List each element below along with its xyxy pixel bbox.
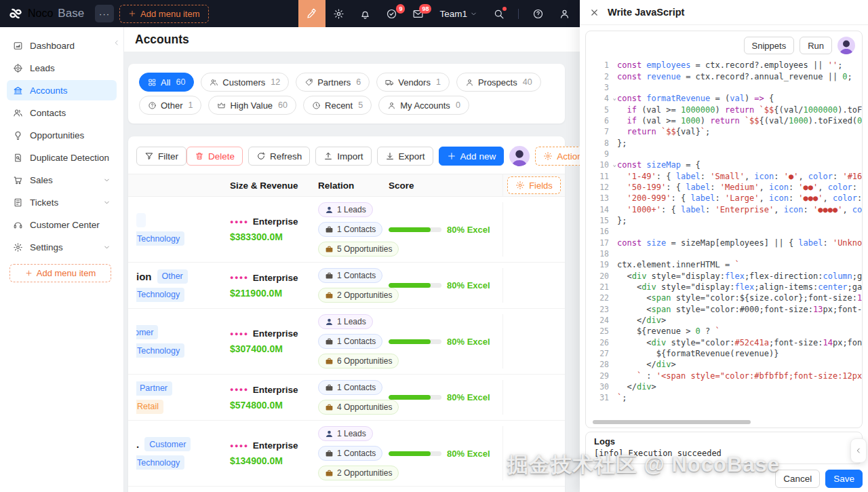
sidebar-item-label: Opportunities: [30, 130, 84, 140]
relation-chip-contacts[interactable]: 1 Contacts: [318, 334, 382, 349]
relation-chip-opps[interactable]: 2 Opportunities: [318, 466, 399, 480]
sidebar-item-tickets[interactable]: Tickets: [7, 192, 117, 212]
score-cell: 80% Excel: [389, 225, 502, 235]
export-icon: [385, 151, 395, 161]
fold-icon[interactable]: ⌄: [613, 161, 616, 168]
import-button[interactable]: Import: [315, 147, 371, 166]
table-row[interactable]: omerTechnology●●●●Enterprise$307400.0M1 …: [128, 309, 565, 375]
run-button[interactable]: Run: [800, 37, 832, 54]
tasks-button[interactable]: 9: [386, 8, 397, 20]
tab-high-value[interactable]: High Value60: [208, 96, 296, 115]
search-button[interactable]: [493, 8, 505, 20]
line-number: 10⌄: [586, 160, 617, 170]
sidebar-item-duplicate-detection[interactable]: Duplicate Detection: [7, 147, 117, 168]
sidebar-add-menu-item-button[interactable]: Add menu item: [9, 264, 111, 282]
filter-button[interactable]: Filter: [136, 147, 186, 166]
header-more-button[interactable]: ···: [95, 5, 114, 22]
relation-chip-leads[interactable]: 1 Leads: [318, 202, 373, 217]
horizontal-scrollbar[interactable]: [593, 420, 751, 424]
line-number: 11: [586, 172, 617, 181]
snippets-button[interactable]: Snippets: [744, 37, 795, 54]
fields-column-spacer: [502, 268, 565, 303]
relation-chip-opps[interactable]: 4 Opportunities: [318, 400, 399, 415]
tab-all[interactable]: All60: [139, 73, 194, 92]
sidebar-item-label: Contacts: [30, 108, 66, 118]
sidebar-item-contacts[interactable]: Contacts: [7, 102, 117, 123]
settings-gear-button[interactable]: [333, 8, 344, 20]
export-button[interactable]: Export: [377, 147, 433, 166]
sidebar-item-leads[interactable]: Leads: [7, 58, 117, 78]
add-new-button[interactable]: Add new: [439, 147, 505, 166]
chevron-down-icon: [103, 199, 111, 206]
table-row[interactable]: ionOtherTechnology●●●●Enterprise$211900.…: [128, 263, 565, 309]
save-button[interactable]: Save: [825, 470, 863, 488]
help-button[interactable]: [532, 8, 544, 20]
tab-label: Partners: [317, 77, 351, 88]
chip-label: 4 Opportunities: [337, 402, 392, 412]
header-add-menu-item-button[interactable]: Add menu item: [119, 5, 208, 23]
table-row[interactable]: Technology●●●●Enterprise$383300.0M1 Lead…: [128, 197, 565, 263]
tabs-row-2: Other1High Value60Recent5My Accounts0: [139, 96, 554, 115]
avatar[interactable]: [509, 146, 530, 166]
cancel-button[interactable]: Cancel: [775, 470, 820, 488]
tab-my-accounts[interactable]: My Accounts0: [378, 96, 469, 115]
relation-chip-leads[interactable]: 1 Leads: [318, 314, 373, 329]
code-editor[interactable]: 1const employees = ctx.record?.employees…: [586, 60, 862, 404]
user-button[interactable]: [559, 8, 570, 20]
relation-chip-opps[interactable]: 5 Opportunities: [318, 242, 399, 257]
tab-label: My Accounts: [400, 100, 450, 111]
notifications-button[interactable]: [359, 8, 371, 20]
sidebar-item-dashboard[interactable]: Dashboard: [7, 35, 117, 56]
table-body: Technology●●●●Enterprise$383300.0M1 Lead…: [128, 197, 565, 487]
tab-recent[interactable]: Recent5: [303, 96, 372, 115]
code-line: 8};: [586, 137, 862, 148]
briefcase-icon: [325, 469, 334, 478]
sidebar-item-settings[interactable]: Settings: [7, 237, 117, 257]
highlighter-button[interactable]: [298, 0, 326, 27]
delete-button[interactable]: Delete: [186, 147, 243, 166]
sidebar-item-accounts[interactable]: Accounts: [7, 80, 117, 100]
code-editor-card: Snippets Run 1const employees = ctx.reco…: [585, 31, 863, 428]
relation-chip-contacts[interactable]: 1 Contacts: [318, 380, 382, 395]
messages-button[interactable]: 98: [412, 8, 424, 20]
briefcase-icon: [325, 357, 334, 366]
tab-partners[interactable]: Partners6: [296, 73, 370, 92]
table-row[interactable]: PartnerRetail●●●●Enterprise$574800.0M1 C…: [128, 375, 565, 421]
avatar[interactable]: [837, 37, 855, 54]
team-selector[interactable]: Team1: [439, 9, 477, 19]
account-tag: Technology: [136, 455, 184, 470]
person-icon: [325, 318, 334, 326]
code-line: 1const employees = ctx.record?.employees…: [586, 60, 862, 71]
actions-button[interactable]: Actions: [535, 147, 580, 166]
score-label: 80% Excel: [447, 392, 490, 402]
sidebar-collapse-icon[interactable]: [113, 39, 121, 47]
fields-column-spacer: [502, 202, 565, 257]
relation-chip-contacts[interactable]: 1 Contacts: [318, 268, 382, 283]
tab-prospects[interactable]: Prospects40: [456, 73, 541, 92]
import-icon: [323, 151, 333, 161]
sidebar-item-opportunities[interactable]: Opportunities: [7, 125, 117, 145]
account-name-text: .: [136, 438, 139, 450]
tab-count: 1: [189, 100, 193, 110]
relation-chip-opps[interactable]: 6 Opportunities: [318, 354, 399, 368]
tab-other[interactable]: Other1: [139, 96, 201, 115]
chevron-down-icon: [103, 244, 111, 251]
size-revenue-cell: ●●●●Enterprise$307400.0M: [230, 328, 318, 354]
app: NocoBase ··· Add menu item 9 98 Team1: [0, 0, 868, 492]
fold-icon[interactable]: ⌄: [613, 94, 616, 101]
relation-chip-contacts[interactable]: 1 Contacts: [318, 446, 382, 461]
relation-chip-leads[interactable]: 1 Leads: [318, 426, 373, 441]
refresh-button[interactable]: Refresh: [248, 147, 310, 166]
sidebar-item-sales[interactable]: Sales: [7, 170, 117, 190]
tab-customers[interactable]: Customers12: [201, 73, 289, 92]
table-row[interactable]: .CustomerTechnology●●●●Enterprise$134900…: [128, 421, 565, 487]
tab-vendors[interactable]: Vendors1: [376, 73, 450, 92]
drawer-collapse-handle[interactable]: [850, 438, 867, 463]
sidebar-item-customer-center[interactable]: Customer Center: [7, 214, 117, 235]
relation-cell: 1 Leads1 Contacts5 Opportunities: [318, 202, 389, 257]
fields-button[interactable]: Fields: [507, 176, 561, 194]
relation-chip-contacts[interactable]: 1 Contacts: [318, 222, 382, 237]
close-icon[interactable]: [589, 7, 599, 18]
relation-chip-opps[interactable]: 2 Opportunities: [318, 288, 399, 303]
chip-label: 1 Leads: [337, 317, 366, 326]
